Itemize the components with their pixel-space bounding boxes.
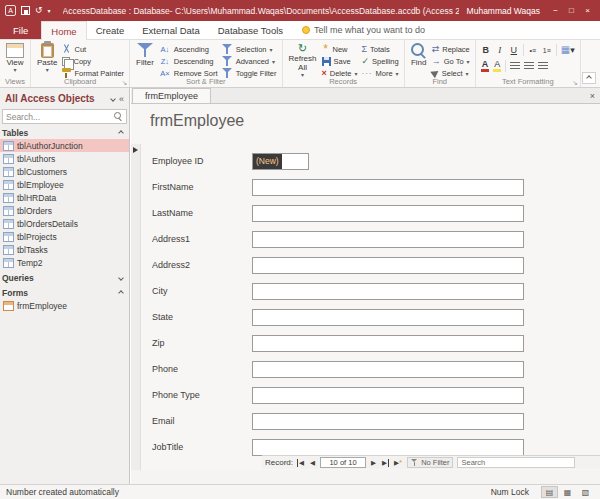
new-record-button[interactable]: * New xyxy=(320,44,360,54)
table-icon xyxy=(3,180,14,190)
filter-button[interactable]: Filter xyxy=(133,41,157,78)
font-color-button[interactable]: A xyxy=(481,59,490,72)
field-input[interactable] xyxy=(252,413,524,430)
align-right-button[interactable] xyxy=(538,60,548,72)
last-record-button[interactable]: ▶ xyxy=(381,459,389,467)
section-header-forms[interactable]: Forms xyxy=(0,286,129,299)
shutter-close-icon[interactable]: « xyxy=(119,94,124,104)
ascending-button[interactable]: A↓ Ascending xyxy=(157,44,220,54)
view-button[interactable]: View ▾ xyxy=(3,41,27,77)
field-input[interactable] xyxy=(252,231,524,248)
account-name[interactable]: Muhammad Waqas xyxy=(467,6,540,16)
sidebar-item-table[interactable]: tblOrders xyxy=(0,204,129,217)
sidebar-item-label: tblHRData xyxy=(17,193,56,203)
minimize-icon[interactable]: − xyxy=(548,3,563,18)
separator xyxy=(523,44,524,56)
section-header-queries[interactable]: Queries xyxy=(0,271,129,284)
highlight-button[interactable]: A xyxy=(493,59,501,72)
ribbon-group-clipboard: Paste ▾ Cut Copy Format Painter ↘ Clipbo… xyxy=(31,40,130,87)
field-input[interactable] xyxy=(252,205,524,222)
goto-button[interactable]: → Go To ▾ xyxy=(430,56,472,66)
record-nav-label: Record: xyxy=(265,458,293,467)
field-input[interactable] xyxy=(252,361,524,378)
cut-button[interactable]: Cut xyxy=(60,44,126,54)
record-position[interactable]: 10 of 10 xyxy=(320,457,366,468)
sidebar-item-label: tblEmployee xyxy=(17,180,64,190)
save-icon[interactable] xyxy=(21,6,30,15)
save-record-button[interactable]: Save xyxy=(320,56,360,66)
field-input[interactable]: (New) xyxy=(252,153,309,170)
access-app-icon[interactable]: A xyxy=(5,5,16,16)
copy-button[interactable]: Copy xyxy=(60,56,126,66)
numbering-button[interactable]: 1≡ xyxy=(542,44,552,56)
field-input[interactable] xyxy=(252,283,524,300)
field-input[interactable] xyxy=(252,335,524,352)
paste-button[interactable]: Paste ▾ xyxy=(34,41,60,78)
totals-button[interactable]: Σ Totals xyxy=(359,44,400,54)
section-header-tables[interactable]: Tables xyxy=(0,126,129,139)
chevron-down-icon[interactable] xyxy=(110,96,116,102)
tab-create[interactable]: Create xyxy=(87,21,134,39)
filter-indicator-button[interactable]: No Filter xyxy=(407,457,453,468)
replace-button[interactable]: ⇄ Replace xyxy=(430,44,472,54)
undo-icon[interactable]: ↺ xyxy=(35,6,43,15)
sidebar-item-table[interactable]: Temp2 xyxy=(0,256,129,269)
field-input[interactable] xyxy=(252,309,524,326)
numbering-icon: 1≡ xyxy=(543,47,551,54)
sidebar-item-table[interactable]: tblOrdersDetails xyxy=(0,217,129,230)
sidebar-item-table[interactable]: tblAuthorJunction xyxy=(0,139,129,152)
datasheet-view-button[interactable]: ▦ xyxy=(559,486,576,498)
gridlines-icon: ▦ xyxy=(561,45,570,55)
tell-me-label: Tell me what you want to do xyxy=(314,25,425,35)
tab-file[interactable]: File xyxy=(0,21,41,39)
bullets-button[interactable]: •≡ xyxy=(528,44,538,56)
record-selector-bar[interactable] xyxy=(131,144,141,470)
collapse-ribbon-button[interactable] xyxy=(582,72,596,84)
spelling-button[interactable]: ✓ Spelling xyxy=(359,56,400,66)
bold-button[interactable]: B xyxy=(481,44,491,56)
sidebar-item-table[interactable]: tblAuthors xyxy=(0,152,129,165)
advanced-button[interactable]: Advanced ▾ xyxy=(220,56,279,66)
field-label: JobTitle xyxy=(152,442,252,452)
field-input[interactable] xyxy=(252,257,524,274)
sidebar-item-form[interactable]: frmEmployee xyxy=(0,299,129,312)
sidebar-item-table[interactable]: tblEmployee xyxy=(0,178,129,191)
selection-button[interactable]: Selection ▾ xyxy=(220,44,279,54)
form-view-button[interactable]: ▤ xyxy=(541,486,558,498)
design-view-button[interactable]: ▧ xyxy=(577,486,594,498)
bullets-icon: •≡ xyxy=(530,47,537,54)
field-input[interactable] xyxy=(252,387,524,404)
field-input[interactable] xyxy=(252,439,524,456)
find-button[interactable]: Find xyxy=(408,41,430,78)
first-record-button[interactable]: ◀ xyxy=(297,459,305,467)
next-record-button[interactable]: ▶ xyxy=(370,459,377,467)
sidebar-item-table[interactable]: tblCustomers xyxy=(0,165,129,178)
close-icon[interactable]: × xyxy=(580,3,595,18)
sidebar-item-table[interactable]: tblHRData xyxy=(0,191,129,204)
align-left-button[interactable] xyxy=(510,60,520,72)
align-center-button[interactable] xyxy=(524,60,534,72)
tab-home[interactable]: Home xyxy=(41,21,86,40)
previous-record-button[interactable]: ◀ xyxy=(309,459,316,467)
new-blank-record-button[interactable]: ▶* xyxy=(393,459,403,467)
field-input[interactable] xyxy=(252,179,524,196)
italic-button[interactable]: I xyxy=(495,44,505,56)
nav-search-input[interactable] xyxy=(6,112,112,122)
sidebar-item-table[interactable]: tblProjects xyxy=(0,230,129,243)
record-search-input[interactable] xyxy=(457,457,575,468)
refresh-all-button[interactable]: ↻ Refresh All ▾ xyxy=(286,41,320,78)
descending-button[interactable]: Z↓ Descending xyxy=(157,56,220,66)
gridlines-button[interactable]: ▦▾ xyxy=(561,44,575,56)
document-tab-frmEmployee[interactable]: frmEmployee xyxy=(132,88,211,103)
qat-dropdown-icon[interactable]: ▾ xyxy=(48,7,51,14)
sidebar-item-table[interactable]: tblTasks xyxy=(0,243,129,256)
maximize-icon[interactable]: □ xyxy=(564,3,579,18)
tell-me-box[interactable]: Tell me what you want to do xyxy=(302,21,425,39)
close-document-icon[interactable]: × xyxy=(590,91,595,101)
paste-button-label: Paste xyxy=(37,59,57,67)
underline-button[interactable]: U xyxy=(509,44,519,56)
queries-section-label: Queries xyxy=(2,273,34,283)
tab-database-tools[interactable]: Database Tools xyxy=(209,21,292,39)
tab-external-data[interactable]: External Data xyxy=(133,21,209,39)
nav-pane-title[interactable]: All Access Objects xyxy=(5,93,107,104)
